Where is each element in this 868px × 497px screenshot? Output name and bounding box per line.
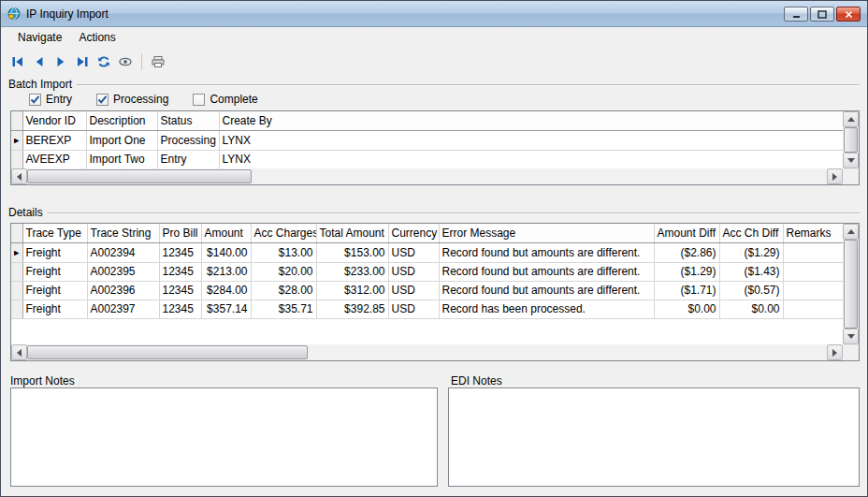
cell[interactable]: USD — [388, 300, 439, 318]
cell[interactable]: A002397 — [87, 300, 159, 318]
horizontal-scrollbar[interactable] — [11, 168, 843, 184]
vertical-scroll-thumb[interactable] — [844, 240, 858, 329]
next-record-button[interactable] — [51, 51, 71, 72]
processing-checkbox[interactable]: Processing — [96, 93, 168, 106]
cell[interactable]: $13.00 — [251, 242, 316, 262]
column-header[interactable]: Create By — [219, 111, 843, 130]
cell[interactable]: Import One — [86, 130, 157, 150]
scroll-right-button[interactable] — [827, 168, 843, 184]
cell[interactable]: $35.71 — [251, 300, 316, 318]
horizontal-scroll-thumb[interactable] — [27, 345, 308, 359]
table-row[interactable]: ►BEREXPImport OneProcessingLYNX — [11, 130, 843, 150]
cell[interactable]: ($2.86) — [654, 242, 719, 262]
column-header[interactable]: Trace Type — [22, 224, 87, 242]
table-row[interactable]: AVEEXPImport TwoEntryLYNX — [11, 150, 843, 168]
cell[interactable]: $0.00 — [719, 300, 783, 318]
vertical-scroll-thumb[interactable] — [844, 127, 858, 153]
scroll-left-button[interactable] — [11, 168, 27, 184]
refresh-button[interactable] — [94, 51, 114, 72]
print-button[interactable] — [148, 51, 168, 72]
cell[interactable]: Freight — [22, 281, 87, 300]
scroll-down-button[interactable] — [843, 153, 859, 168]
cell[interactable]: USD — [388, 281, 439, 300]
scroll-right-button[interactable] — [827, 344, 843, 360]
cell[interactable]: 12345 — [159, 281, 201, 300]
cell[interactable]: A002396 — [87, 281, 159, 300]
cell[interactable]: 12345 — [159, 300, 201, 318]
cell[interactable]: ($1.29) — [719, 242, 783, 262]
cell[interactable] — [783, 281, 843, 300]
cell[interactable]: A002394 — [87, 242, 159, 262]
cell[interactable]: $28.00 — [251, 281, 316, 300]
horizontal-scrollbar[interactable] — [11, 344, 843, 360]
cell[interactable] — [783, 262, 843, 281]
column-header[interactable]: Status — [157, 111, 219, 130]
cell[interactable]: ($0.57) — [719, 281, 783, 300]
cell[interactable]: Record has been processed. — [439, 300, 654, 318]
menu-navigate[interactable]: Navigate — [9, 29, 70, 47]
cell[interactable]: USD — [388, 242, 439, 262]
last-record-button[interactable] — [72, 51, 93, 72]
scroll-down-button[interactable] — [843, 329, 859, 344]
entry-checkbox[interactable]: Entry — [29, 93, 72, 106]
cell[interactable]: A002395 — [87, 262, 159, 281]
horizontal-scroll-thumb[interactable] — [27, 169, 252, 183]
cell[interactable]: $392.85 — [316, 300, 388, 318]
vertical-scrollbar[interactable] — [843, 111, 859, 168]
cell[interactable]: Freight — [22, 242, 87, 262]
cell[interactable]: Freight — [22, 262, 87, 281]
cell[interactable]: $357.14 — [201, 300, 251, 318]
cell[interactable] — [783, 242, 843, 262]
cell[interactable]: Record found but amounts are different. — [439, 262, 654, 281]
menu-actions[interactable]: Actions — [70, 29, 123, 47]
first-record-button[interactable] — [7, 51, 28, 72]
cell[interactable] — [783, 300, 843, 318]
column-header[interactable]: Remarks — [783, 224, 843, 242]
column-header[interactable]: Acc Charges — [251, 224, 316, 242]
column-header[interactable]: Total Amount — [316, 224, 388, 242]
cell[interactable]: $20.00 — [251, 262, 316, 281]
table-row[interactable]: FreightA00239712345$357.14$35.71$392.85U… — [11, 300, 843, 318]
cell[interactable]: LYNX — [219, 150, 843, 168]
cell[interactable]: BEREXP — [22, 130, 86, 150]
column-header[interactable]: Trace String — [87, 224, 159, 242]
cell[interactable]: Freight — [22, 300, 87, 318]
view-button[interactable] — [115, 51, 136, 72]
cell[interactable]: $0.00 — [654, 300, 719, 318]
cell[interactable]: $233.00 — [316, 262, 388, 281]
import-notes-textarea[interactable] — [10, 387, 438, 487]
cell[interactable]: ($1.71) — [654, 281, 719, 300]
cell[interactable]: USD — [388, 262, 439, 281]
edi-notes-textarea[interactable] — [448, 387, 860, 487]
column-header[interactable]: Acc Ch Diff — [719, 224, 783, 242]
table-row[interactable]: FreightA00239612345$284.00$28.00$312.00U… — [11, 281, 843, 300]
cell[interactable]: 12345 — [159, 242, 201, 262]
complete-checkbox[interactable]: Complete — [193, 93, 257, 106]
cell[interactable]: 12345 — [159, 262, 201, 281]
cell[interactable]: AVEEXP — [22, 150, 86, 168]
vertical-scrollbar[interactable] — [843, 224, 859, 344]
cell[interactable]: ($1.43) — [719, 262, 783, 281]
cell[interactable]: Record found but amounts are different. — [439, 281, 654, 300]
cell[interactable]: LYNX — [219, 130, 843, 150]
scroll-up-button[interactable] — [843, 111, 859, 127]
close-button[interactable] — [836, 7, 861, 22]
cell[interactable]: Processing — [157, 130, 219, 150]
scroll-up-button[interactable] — [843, 224, 859, 240]
column-header[interactable]: Amount — [201, 224, 251, 242]
cell[interactable]: $284.00 — [201, 281, 251, 300]
table-row[interactable]: ►FreightA00239412345$140.00$13.00$153.00… — [11, 242, 843, 262]
column-header[interactable]: Pro Bill — [159, 224, 201, 242]
scroll-left-button[interactable] — [11, 344, 27, 360]
column-header[interactable]: Description — [86, 111, 157, 130]
column-header[interactable]: Vendor ID — [22, 111, 86, 130]
cell[interactable]: $153.00 — [316, 242, 388, 262]
maximize-button[interactable] — [810, 7, 834, 22]
cell[interactable]: Entry — [157, 150, 219, 168]
table-row[interactable]: FreightA00239512345$213.00$20.00$233.00U… — [11, 262, 843, 281]
cell[interactable]: Record found but amounts are different. — [439, 242, 654, 262]
cell[interactable]: $213.00 — [201, 262, 251, 281]
cell[interactable]: ($1.29) — [654, 262, 719, 281]
cell[interactable]: Import Two — [86, 150, 157, 168]
column-header[interactable]: Amount Diff — [654, 224, 719, 242]
